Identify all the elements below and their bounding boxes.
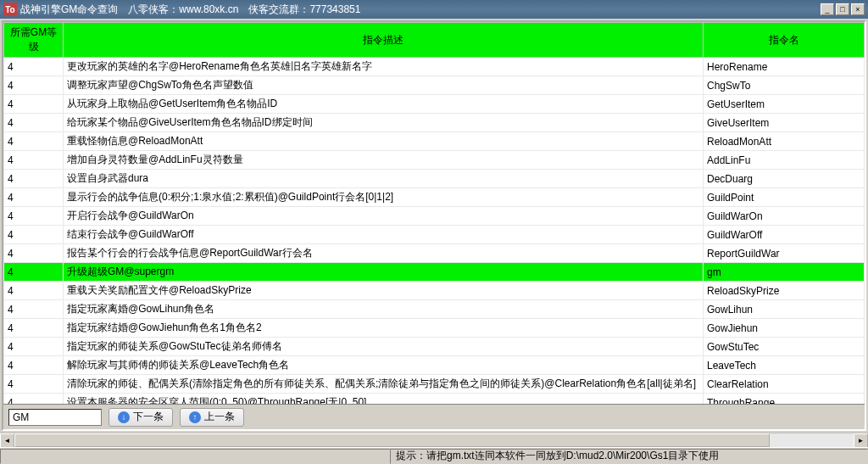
table-row[interactable]: 4指定玩家离婚@GowLihun角色名GowLihun	[4, 300, 865, 319]
table-row[interactable]: 4设置自身武器duraDecDuarg	[4, 170, 865, 188]
cell-level: 4	[4, 319, 64, 338]
cell-cmd: GowStuTec	[704, 338, 865, 356]
header-cmd[interactable]: 指令名	[704, 23, 865, 58]
maximize-button[interactable]: □	[836, 3, 849, 15]
horizontal-scrollbar[interactable]: ◄ ►	[0, 433, 868, 447]
table-row[interactable]: 4升级超级GM@supergmgm	[4, 263, 865, 282]
cell-cmd: GowJiehun	[704, 319, 865, 338]
cell-cmd: ReportGuildWar	[704, 244, 865, 263]
table-row[interactable]: 4显示行会的战争信息(0:积分;1:泉水值;2:累积值)@GuildPoint行…	[4, 188, 865, 207]
cell-desc: 重载怪物信息@ReloadMonAtt	[64, 132, 704, 151]
table-header-row: 所需GM等级 指令描述 指令名	[4, 23, 865, 58]
scroll-left-arrow[interactable]: ◄	[0, 433, 14, 448]
cell-desc: 重载天关奖励配置文件@ReloadSkyPrize	[64, 282, 704, 300]
cell-cmd: AddLinFu	[704, 151, 865, 170]
app-icon: To	[3, 3, 17, 16]
table-row[interactable]: 4重载怪物信息@ReloadMonAttReloadMonAtt	[4, 132, 865, 151]
table-row[interactable]: 4设置本服务器的安全区穿人范围(0;0..50)@ThroughRange[无|…	[4, 394, 865, 405]
table-container[interactable]: 所需GM等级 指令描述 指令名 4更改玩家的英雄的名字@HeroRename角色…	[3, 22, 865, 404]
cell-desc: 调整玩家声望@ChgSwTo角色名声望数值	[64, 76, 704, 95]
table-body: 4更改玩家的英雄的名字@HeroRename角色名英雄旧名字英雄新名字HeroR…	[4, 58, 865, 405]
cell-cmd: ClearRelation	[704, 375, 865, 394]
cell-level: 4	[4, 151, 64, 170]
cell-level: 4	[4, 132, 64, 151]
cell-level: 4	[4, 300, 64, 319]
cell-desc: 给玩家某个物品@GiveUserItem角色名物品ID绑定时间	[64, 114, 704, 132]
cell-cmd: HeroRename	[704, 58, 865, 76]
table-row[interactable]: 4给玩家某个物品@GiveUserItem角色名物品ID绑定时间GiveUser…	[4, 114, 865, 132]
cell-cmd: ThroughRange	[704, 394, 865, 405]
prev-button[interactable]: ↑ 上一条	[180, 408, 244, 427]
titlebar: To 战神引擎GM命令查询 八零侠客：www.80xk.cn 侠客交流群：777…	[0, 0, 868, 19]
table-row[interactable]: 4报告某个行会的行会战争信息@ReportGuildWar行会名ReportGu…	[4, 244, 865, 263]
cell-level: 4	[4, 188, 64, 207]
cell-level: 4	[4, 356, 64, 375]
header-desc[interactable]: 指令描述	[64, 23, 704, 58]
cell-desc: 设置自身武器dura	[64, 170, 704, 188]
header-level[interactable]: 所需GM等级	[4, 23, 64, 58]
cell-cmd: GuildWarOff	[704, 226, 865, 244]
cell-level: 4	[4, 226, 64, 244]
cell-desc: 指定玩家结婚@GowJiehun角色名1角色名2	[64, 319, 704, 338]
status-hint: 提示：请把gm.txt连同本软件一同放到D:\mud2.0\Mir200\Gs1…	[390, 449, 868, 464]
table-row[interactable]: 4指定玩家结婚@GowJiehun角色名1角色名2GowJiehun	[4, 319, 865, 338]
search-input[interactable]	[8, 409, 102, 426]
cell-level: 4	[4, 114, 64, 132]
cell-level: 4	[4, 338, 64, 356]
cell-cmd: ChgSwTo	[704, 76, 865, 95]
cell-desc: 设置本服务器的安全区穿人范围(0;0..50)@ThroughRange[无|0…	[64, 394, 704, 405]
main-area: 所需GM等级 指令描述 指令名 4更改玩家的英雄的名字@HeroRename角色…	[2, 20, 866, 431]
cell-level: 4	[4, 263, 64, 282]
cell-level: 4	[4, 375, 64, 394]
cell-desc: 指定玩家的师徒关系@GowStuTec徒弟名师傅名	[64, 338, 704, 356]
cell-cmd: gm	[704, 263, 865, 282]
cell-level: 4	[4, 58, 64, 76]
table-row[interactable]: 4调整玩家声望@ChgSwTo角色名声望数值ChgSwTo	[4, 76, 865, 95]
close-button[interactable]: ×	[851, 3, 865, 15]
status-bar: 提示：请把gm.txt连同本软件一同放到D:\mud2.0\Mir200\Gs1…	[0, 447, 868, 464]
table-row[interactable]: 4从玩家身上取物品@GetUserItem角色名物品IDGetUserItem	[4, 95, 865, 114]
cell-desc: 升级超级GM@supergm	[64, 263, 704, 282]
table-row[interactable]: 4更改玩家的英雄的名字@HeroRename角色名英雄旧名字英雄新名字HeroR…	[4, 58, 865, 76]
cell-desc: 增加自身灵符数量@AddLinFu灵符数量	[64, 151, 704, 170]
gm-command-table: 所需GM等级 指令描述 指令名 4更改玩家的英雄的名字@HeroRename角色…	[3, 22, 865, 404]
table-row[interactable]: 4清除玩家的师徒、配偶关系(清除指定角色的所有师徒关系、配偶关系;清除徒弟与指定…	[4, 375, 865, 394]
table-row[interactable]: 4开启行会战争@GuildWarOnGuildWarOn	[4, 207, 865, 226]
next-button-label: 下一条	[133, 410, 164, 424]
table-row[interactable]: 4指定玩家的师徒关系@GowStuTec徒弟名师傅名GowStuTec	[4, 338, 865, 356]
status-left	[0, 449, 390, 464]
cell-level: 4	[4, 76, 64, 95]
cell-desc: 报告某个行会的行会战争信息@ReportGuildWar行会名	[64, 244, 704, 263]
table-row[interactable]: 4增加自身灵符数量@AddLinFu灵符数量AddLinFu	[4, 151, 865, 170]
cell-level: 4	[4, 282, 64, 300]
scroll-track[interactable]	[14, 433, 854, 447]
table-row[interactable]: 4解除玩家与其师傅的师徒关系@LeaveTech角色名LeaveTech	[4, 356, 865, 375]
title-part-3: 侠客交流群：777343851	[248, 3, 360, 17]
minimize-button[interactable]: _	[821, 3, 834, 15]
title-part-1: 战神引擎GM命令查询	[20, 3, 118, 17]
scroll-right-arrow[interactable]: ►	[854, 433, 868, 448]
table-row[interactable]: 4结束行会战争@GuildWarOffGuildWarOff	[4, 226, 865, 244]
scroll-thumb[interactable]	[14, 433, 770, 447]
cell-cmd: GiveUserItem	[704, 114, 865, 132]
cell-cmd: LeaveTech	[704, 356, 865, 375]
prev-button-label: 上一条	[204, 410, 235, 424]
cell-cmd: GuildWarOn	[704, 207, 865, 226]
cell-desc: 结束行会战争@GuildWarOff	[64, 226, 704, 244]
window-controls: _ □ ×	[821, 3, 865, 15]
cell-level: 4	[4, 244, 64, 263]
cell-level: 4	[4, 394, 64, 405]
cell-cmd: GetUserItem	[704, 95, 865, 114]
cell-cmd: ReloadMonAtt	[704, 132, 865, 151]
cell-cmd: DecDuarg	[704, 170, 865, 188]
cell-desc: 从玩家身上取物品@GetUserItem角色名物品ID	[64, 95, 704, 114]
next-button[interactable]: ↓ 下一条	[108, 408, 173, 427]
bottom-toolbar: ↓ 下一条 ↑ 上一条	[3, 404, 865, 429]
table-row[interactable]: 4重载天关奖励配置文件@ReloadSkyPrizeReloadSkyPrize	[4, 282, 865, 300]
cell-desc: 显示行会的战争信息(0:积分;1:泉水值;2:累积值)@GuildPoint行会…	[64, 188, 704, 207]
cell-desc: 清除玩家的师徒、配偶关系(清除指定角色的所有师徒关系、配偶关系;清除徒弟与指定角…	[64, 375, 704, 394]
cell-desc: 更改玩家的英雄的名字@HeroRename角色名英雄旧名字英雄新名字	[64, 58, 704, 76]
title-part-2: 八零侠客：www.80xk.cn	[128, 3, 238, 17]
cell-level: 4	[4, 170, 64, 188]
cell-level: 4	[4, 95, 64, 114]
